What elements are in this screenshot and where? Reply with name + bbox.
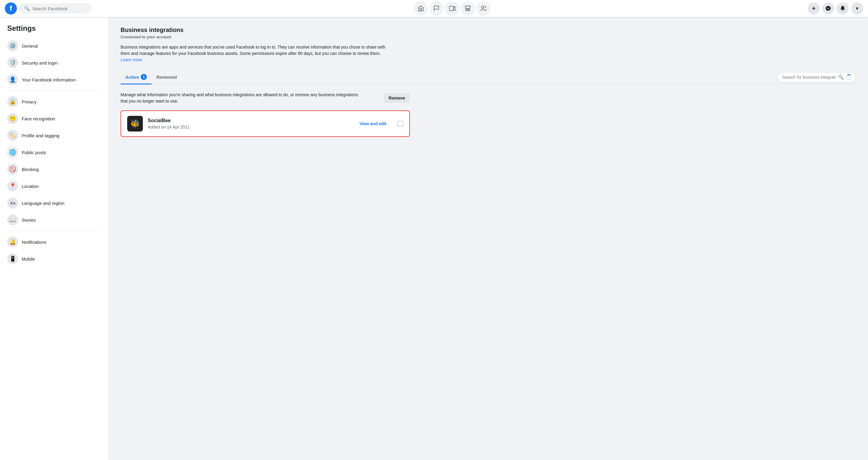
- sidebar-divider-1: [7, 90, 101, 91]
- svg-point-3: [482, 6, 484, 8]
- sidebar-item-security[interactable]: 🛡️ Security and login: [2, 54, 106, 71]
- sidebar-title: Settings: [2, 22, 106, 37]
- sidebar-divider-2: [7, 231, 101, 231]
- sidebar-item-public-posts[interactable]: 🌐 Public posts: [2, 144, 106, 161]
- sidebar-item-blocking[interactable]: 🚫 Blocking: [2, 161, 106, 178]
- bell-sidebar-icon: 🔔: [7, 236, 18, 247]
- manage-text: Manage what information you're sharing a…: [121, 92, 362, 104]
- store-icon: [464, 5, 471, 12]
- plus-button[interactable]: +: [808, 2, 820, 15]
- topnav-left: f 🔍: [5, 2, 101, 15]
- home-icon: [417, 5, 424, 12]
- people-nav-button[interactable]: [476, 1, 491, 16]
- sidebar-item-label: Face recognition: [22, 116, 55, 121]
- sidebar: Settings ⚙️ General 🛡️ Security and logi…: [0, 17, 108, 460]
- tag-icon: 🏷️: [7, 130, 18, 141]
- sidebar-item-location[interactable]: 📍 Location: [2, 178, 106, 195]
- shield-icon: 🛡️: [7, 57, 18, 68]
- integration-date: Added on 14 Apr 2021: [148, 124, 355, 130]
- search-input[interactable]: [32, 6, 87, 11]
- stories-icon: 📖: [7, 214, 18, 225]
- flag-nav-button[interactable]: [429, 1, 444, 16]
- sidebar-item-stories[interactable]: 📖 Stories: [2, 211, 106, 228]
- integration-card: 🐝 SocialBee Added on 14 Apr 2021 View an…: [121, 110, 410, 137]
- socialbee-icon: 🐝: [130, 119, 140, 128]
- tab-active[interactable]: Active 1: [121, 70, 152, 84]
- sidebar-item-label: Profile and tagging: [22, 133, 59, 138]
- tabs: Active 1 Removed 🔍: [121, 70, 856, 84]
- main-content: Business integrations Connected to your …: [108, 17, 868, 460]
- sidebar-item-label: Your Facebook information: [22, 77, 76, 82]
- svg-marker-2: [454, 7, 456, 10]
- tab-active-badge: 1: [141, 74, 147, 80]
- video-nav-button[interactable]: [445, 1, 459, 16]
- facebook-logo[interactable]: f: [5, 2, 17, 15]
- tab-active-label: Active: [125, 75, 139, 80]
- topnav-right: + ▼: [803, 2, 863, 15]
- sidebar-item-facebook-info[interactable]: 👤 Your Facebook information: [2, 71, 106, 88]
- search-bar: 🔍: [19, 3, 92, 13]
- block-icon: 🚫: [7, 164, 18, 175]
- home-nav-button[interactable]: [413, 1, 428, 16]
- sidebar-item-label: Notifications: [22, 239, 46, 245]
- search-icon: 🔍: [24, 6, 30, 11]
- pin-icon: 📍: [7, 181, 18, 192]
- gear-icon: ⚙️: [7, 40, 18, 51]
- integration-name: SocialBee: [148, 118, 355, 123]
- notifications-button[interactable]: [837, 2, 849, 15]
- sidebar-item-face-recognition[interactable]: 😶 Face recognition: [2, 110, 106, 127]
- search-integrations: 🔍: [778, 72, 856, 82]
- topnav-center: [101, 1, 803, 16]
- dropdown-button[interactable]: ▼: [851, 2, 863, 15]
- sidebar-item-mobile[interactable]: 📱 Mobile: [2, 250, 106, 267]
- bell-icon: [840, 5, 846, 11]
- integration-checkbox[interactable]: [397, 121, 403, 127]
- sidebar-item-label: Public posts: [22, 150, 46, 155]
- page-subtitle: Connected to your account: [121, 35, 856, 39]
- messenger-icon: [825, 5, 831, 11]
- svg-rect-1: [450, 6, 454, 11]
- video-icon: [449, 5, 456, 12]
- topnav: f 🔍 + ▼: [0, 0, 868, 17]
- sidebar-item-label: General: [22, 44, 38, 49]
- sidebar-item-label: Location: [22, 184, 39, 189]
- manage-row: Manage what information you're sharing a…: [121, 92, 410, 104]
- page-description: Business integrations are apps and servi…: [121, 44, 392, 63]
- sidebar-item-label: Mobile: [22, 256, 35, 261]
- messenger-button[interactable]: [822, 2, 834, 15]
- sidebar-item-general[interactable]: ⚙️ General: [2, 37, 106, 54]
- learn-more-link[interactable]: Learn more: [121, 57, 142, 62]
- sidebar-item-language[interactable]: Aa Language and region: [2, 195, 106, 211]
- globe-icon: 🌐: [7, 147, 18, 158]
- sidebar-item-label: Language and region: [22, 201, 64, 206]
- mobile-icon: 📱: [7, 253, 18, 264]
- integrations-search-input[interactable]: [782, 75, 836, 80]
- integration-info: SocialBee Added on 14 Apr 2021: [148, 118, 355, 130]
- people-icon: [480, 5, 487, 12]
- tab-removed-label: Removed: [156, 75, 177, 80]
- search-integrations-icon: 🔍: [838, 75, 844, 80]
- tab-removed[interactable]: Removed: [152, 71, 182, 84]
- layout: Settings ⚙️ General 🛡️ Security and logi…: [0, 17, 868, 460]
- language-icon: Aa: [7, 198, 18, 208]
- sidebar-item-notifications[interactable]: 🔔 Notifications: [2, 233, 106, 250]
- sidebar-item-profile-tagging[interactable]: 🏷️ Profile and tagging: [2, 127, 106, 144]
- face-icon: 😶: [7, 113, 18, 124]
- view-edit-link[interactable]: View and edit: [360, 121, 386, 126]
- store-nav-button[interactable]: [461, 1, 475, 16]
- page-title: Business integrations: [121, 27, 856, 33]
- loading-spinner: [846, 74, 851, 80]
- info-person-icon: 👤: [7, 74, 18, 85]
- sidebar-item-label: Blocking: [22, 167, 39, 172]
- flag-icon: [433, 5, 440, 12]
- sidebar-item-label: Stories: [22, 218, 36, 223]
- lock-icon: 🔒: [7, 96, 18, 107]
- sidebar-item-label: Privacy: [22, 99, 36, 104]
- sidebar-item-label: Security and login: [22, 60, 58, 65]
- sidebar-item-privacy[interactable]: 🔒 Privacy: [2, 93, 106, 110]
- integration-logo: 🐝: [127, 116, 143, 132]
- remove-button[interactable]: Remove: [384, 93, 410, 103]
